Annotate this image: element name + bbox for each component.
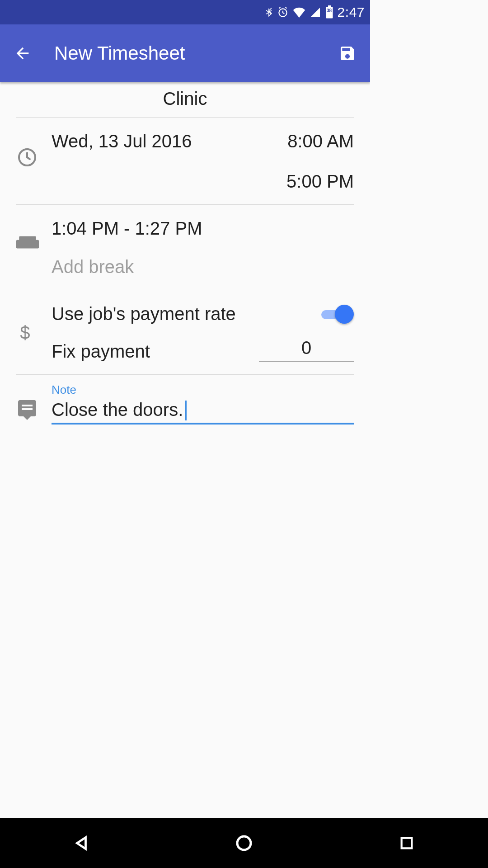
job-name[interactable]: Clinic [16, 82, 354, 118]
note-label: Note [52, 383, 354, 397]
note-input[interactable] [52, 400, 354, 420]
fix-payment-input[interactable] [259, 338, 354, 362]
battery-icon: 38 [325, 5, 334, 19]
clock-icon [16, 131, 52, 192]
start-time-value[interactable]: 8:00 AM [287, 131, 354, 151]
bluetooth-icon [264, 5, 273, 19]
status-time: 2:47 [338, 5, 365, 20]
add-break-button[interactable]: Add break [52, 257, 354, 277]
note-icon [16, 383, 52, 425]
datetime-section: Wed, 13 Jul 2016 8:00 AM 5:00 PM [16, 118, 354, 205]
couch-icon [16, 218, 52, 277]
use-rate-label: Use job's payment rate [52, 304, 236, 324]
svg-rect-9 [22, 405, 33, 406]
break-section: 1:04 PM - 1:27 PM Add break [16, 205, 354, 290]
status-bar: 38 2:47 [0, 0, 370, 24]
cell-signal-icon [310, 7, 321, 18]
use-rate-toggle[interactable] [321, 305, 354, 324]
app-bar: New Timesheet [0, 24, 370, 82]
page-title: New Timesheet [54, 42, 338, 64]
end-time-value[interactable]: 5:00 PM [286, 171, 354, 192]
svg-rect-10 [22, 408, 33, 410]
save-icon [338, 44, 357, 62]
save-button[interactable] [338, 43, 357, 63]
alarm-icon [277, 6, 289, 18]
svg-rect-6 [16, 240, 20, 246]
payment-section: $ Use job's payment rate Fix payment [16, 290, 354, 375]
fix-payment-label: Fix payment [52, 341, 150, 362]
arrow-back-icon [14, 44, 32, 62]
svg-rect-2 [328, 5, 331, 7]
date-value[interactable]: Wed, 13 Jul 2016 [52, 131, 192, 151]
wifi-icon [292, 7, 306, 18]
svg-text:$: $ [20, 322, 30, 342]
dollar-icon: $ [16, 304, 52, 362]
battery-level: 38 [327, 8, 332, 13]
content: Clinic Wed, 13 Jul 2016 8:00 AM 5:00 PM … [0, 82, 370, 425]
note-section: Note [16, 383, 354, 425]
back-button[interactable] [13, 43, 33, 63]
text-caret [185, 401, 187, 420]
break-1-value[interactable]: 1:04 PM - 1:27 PM [52, 218, 202, 239]
svg-rect-7 [35, 240, 39, 246]
